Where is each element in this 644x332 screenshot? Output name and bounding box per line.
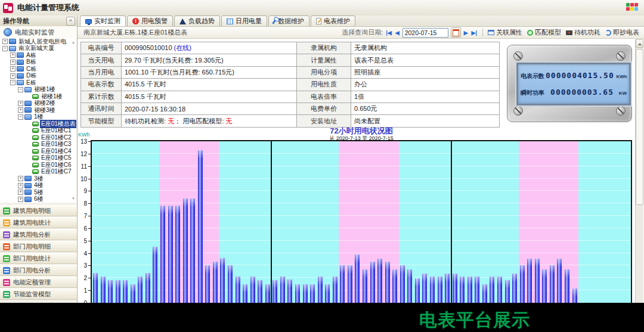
tab-label: 用电预警 — [141, 17, 168, 26]
expand-toggle-icon[interactable]: + — [18, 197, 23, 202]
tree-item[interactable]: +A栋 — [0, 52, 76, 59]
hour-usage-bar — [467, 277, 472, 303]
expand-toggle-icon[interactable]: − — [2, 46, 8, 51]
hour-usage-bar — [370, 262, 375, 303]
sidebar-item-building-analysis[interactable]: 建筑用电分析 — [0, 229, 77, 240]
date-last-button[interactable]: ▶| — [471, 30, 478, 36]
day-separator — [451, 141, 452, 303]
calendar-picker-button[interactable] — [451, 27, 461, 38]
value-text: 无隶属机构 — [354, 44, 387, 51]
tab-label: 负载趋势 — [188, 17, 215, 26]
sidebar-item-energy-model[interactable]: 节能监管模型 — [0, 288, 77, 300]
value-blue[interactable]: (在线) — [174, 44, 191, 51]
expand-toggle-icon[interactable]: + — [18, 107, 23, 113]
expand-toggle-icon[interactable]: + — [10, 52, 16, 58]
tree-item[interactable]: +B栋 — [0, 59, 76, 66]
y-tick-label: 13 — [75, 138, 87, 145]
sidebar-item-dept-analysis[interactable]: 部门用电分析 — [0, 265, 77, 276]
tab-edit[interactable]: 电表维护 — [311, 15, 355, 26]
sidebar-item-dept-stats[interactable]: 部门用电统计 — [0, 253, 77, 264]
tab-monitor[interactable]: 实时监测 — [80, 15, 126, 26]
hour-usage-bar — [213, 262, 218, 303]
row-label: 电费单价 — [297, 103, 351, 114]
action-window[interactable]: 关联属性 — [488, 28, 522, 37]
expand-toggle-icon[interactable]: + — [18, 190, 23, 195]
tab-alert[interactable]: 用电预警 — [127, 15, 173, 26]
tab-bar: 实时监测用电预警负载趋势日用电量数据维护电表维护 — [78, 15, 644, 27]
window-icon — [488, 30, 494, 35]
sidebar-collapse-button[interactable]: « — [66, 17, 75, 26]
refresh-icon — [605, 30, 611, 36]
meter-icon — [32, 169, 39, 174]
expand-toggle-icon[interactable]: + — [10, 66, 16, 72]
date-next-button[interactable]: ▶ — [463, 30, 469, 36]
hour-usage-bar — [557, 259, 562, 303]
table-row: 通讯时间2020-07-15 16:30:18电费单价0.650元 — [81, 103, 500, 114]
main-scrollbar[interactable] — [635, 39, 643, 303]
sidebar-item-building-stats[interactable]: 建筑用电统计 — [0, 217, 77, 228]
tab-label: 日用电量 — [236, 17, 262, 26]
tree-item[interactable]: +D栋 — [0, 73, 76, 80]
gridline — [92, 190, 631, 191]
tab-trend[interactable]: 负载趋势 — [174, 15, 220, 26]
hour-usage-bar — [392, 269, 397, 303]
sidebar-item-label: 节能监管模型 — [13, 290, 51, 299]
expand-toggle-icon[interactable]: + — [10, 60, 16, 65]
sidebar-item-building-detail[interactable]: 建筑用电明细 — [0, 205, 77, 216]
gridline — [92, 153, 631, 154]
date-prev-button[interactable]: ◀ — [395, 30, 400, 36]
expand-toggle-icon[interactable]: + — [18, 176, 23, 181]
grid-square-icon — [626, 7, 630, 11]
hour-usage-bar — [287, 280, 292, 303]
expand-toggle-icon[interactable]: − — [18, 87, 23, 92]
y-tick-label: 12 — [75, 151, 87, 157]
sidebar-titlebar: 操作导航 « — [0, 15, 77, 27]
meter-lcd-panel: 电表示数0000004015.50KWh瞬时功率000000003.65KW — [507, 45, 632, 122]
gridline — [92, 215, 631, 216]
expand-toggle-icon[interactable]: + — [18, 183, 23, 188]
action-label: 匹配模型 — [535, 28, 561, 37]
sidebar-item-dept-detail[interactable]: 部门用电明细 — [0, 241, 77, 252]
action-refresh[interactable]: 即抄电表 — [605, 28, 639, 37]
scrollbar-thumb[interactable] — [636, 49, 643, 205]
tree-item[interactable]: +6楼 — [0, 196, 76, 203]
tree-scroll-down-icon[interactable]: ▼ — [72, 197, 75, 200]
tree-item[interactable]: −裙楼1楼 — [0, 86, 76, 94]
tree-item[interactable]: −南京新城大厦 — [0, 45, 76, 52]
row-value: 1001.10 千瓦时(当月耗费: 650.715元) — [122, 66, 297, 78]
action-standby[interactable]: 待机功耗 — [566, 28, 600, 37]
expand-toggle-icon[interactable]: − — [18, 114, 23, 120]
lcd-unit: KW — [614, 91, 627, 96]
y-tick-label: 7 — [75, 213, 87, 219]
value-text: 办公 — [354, 80, 367, 88]
scroll-up-arrow-icon[interactable] — [636, 39, 643, 48]
date-first-button[interactable]: |◀ — [385, 30, 392, 36]
tab-wrench[interactable]: 数据维护 — [268, 15, 309, 26]
expand-toggle-icon[interactable]: + — [2, 39, 8, 44]
lcd-row: 瞬时功率000000003.65KW — [521, 88, 627, 97]
window-grid-icon[interactable] — [626, 3, 638, 11]
hour-usage-bar — [243, 284, 247, 303]
tree-item[interactable]: +C栋 — [0, 66, 76, 73]
lcd-label: 电表示数 — [521, 72, 546, 80]
hour-usage-bar — [123, 280, 128, 303]
date-input[interactable]: 2020-07-15 — [402, 28, 448, 38]
sidebar-item-quota[interactable]: 电能定额管理 — [0, 277, 77, 288]
expand-toggle-icon[interactable]: + — [18, 101, 23, 106]
monitor-icon — [85, 19, 92, 24]
tree-scroll-up-icon[interactable]: ▲ — [72, 41, 75, 44]
expand-toggle-icon[interactable]: − — [10, 80, 16, 85]
value-text: 尚未配置 — [354, 117, 380, 125]
date-label: 选择查询日期: — [342, 28, 383, 37]
sidebar-section-realtime[interactable]: 电能实时监管 — [0, 26, 77, 39]
tab-calendar[interactable]: 日用电量 — [221, 15, 267, 26]
expand-toggle-icon[interactable]: + — [10, 73, 16, 79]
standby-icon — [566, 30, 572, 35]
value-text: 1倍 — [354, 93, 364, 100]
grid-square-icon — [634, 7, 638, 11]
y-tick-label: 2 — [75, 275, 87, 281]
action-model[interactable]: 匹配模型 — [527, 28, 561, 37]
hour-usage-bar — [101, 277, 106, 303]
hour-usage-bar — [153, 247, 157, 303]
folder-open-icon — [24, 87, 32, 92]
